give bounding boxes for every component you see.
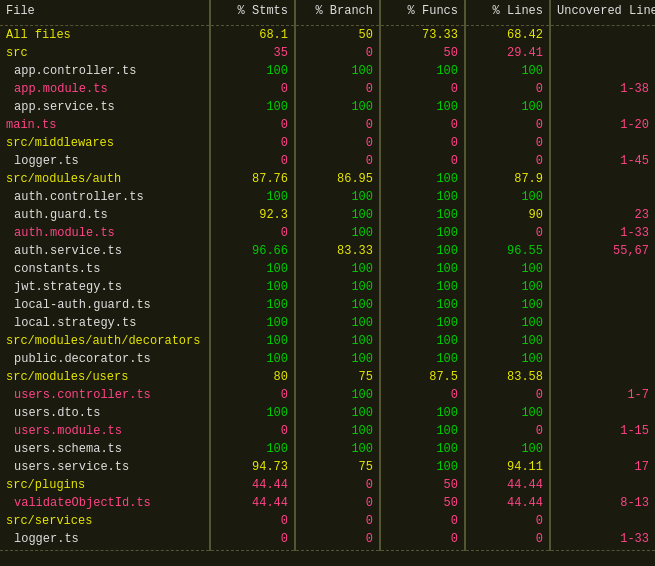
cell-stmts: 44.44 [210,476,295,494]
cell-uncovered: 1-15 [550,422,655,440]
cell-funcs: 100 [380,440,465,458]
cell-uncovered: 1-33 [550,224,655,242]
cell-branch: 100 [295,440,380,458]
cell-lines: 0 [465,116,550,134]
cell-stmts: 100 [210,440,295,458]
cell-lines: 100 [465,296,550,314]
cell-stmts: 0 [210,386,295,404]
table-row: public.decorator.ts100100100100 [0,350,655,368]
cell-funcs: 100 [380,332,465,350]
cell-file: users.dto.ts [0,404,210,422]
cell-branch: 0 [295,530,380,548]
cell-file: src/modules/auth/decorators [0,332,210,350]
cell-stmts: 87.76 [210,170,295,188]
cell-stmts: 94.73 [210,458,295,476]
cell-branch: 86.95 [295,170,380,188]
table-row: users.dto.ts100100100100 [0,404,655,422]
cell-uncovered: 8-13 [550,494,655,512]
cell-branch: 100 [295,386,380,404]
cell-branch: 100 [295,260,380,278]
cell-funcs: 0 [380,80,465,98]
cell-file: users.service.ts [0,458,210,476]
cell-branch: 100 [295,404,380,422]
cell-lines: 0 [465,134,550,152]
cell-uncovered [550,25,655,44]
cell-lines: 100 [465,62,550,80]
cell-file: src [0,44,210,62]
cell-funcs: 0 [380,152,465,170]
coverage-table-container: File % Stmts % Branch % Funcs % Lines Un… [0,0,655,551]
cell-stmts: 100 [210,278,295,296]
cell-funcs: 100 [380,98,465,116]
cell-stmts: 35 [210,44,295,62]
cell-funcs: 0 [380,386,465,404]
cell-lines: 29.41 [465,44,550,62]
cell-branch: 0 [295,80,380,98]
cell-funcs: 100 [380,188,465,206]
cell-uncovered: 1-33 [550,530,655,548]
cell-lines: 0 [465,224,550,242]
cell-uncovered [550,296,655,314]
table-row: src/modules/users807587.583.58 [0,368,655,386]
cell-lines: 44.44 [465,476,550,494]
table-row: All files68.15073.3368.42 [0,25,655,44]
cell-branch: 0 [295,494,380,512]
cell-uncovered [550,314,655,332]
cell-uncovered: 1-45 [550,152,655,170]
table-row: app.service.ts100100100100 [0,98,655,116]
cell-funcs: 100 [380,422,465,440]
cell-file: src/plugins [0,476,210,494]
cell-funcs: 100 [380,278,465,296]
cell-lines: 94.11 [465,458,550,476]
cell-stmts: 0 [210,512,295,530]
cell-funcs: 100 [380,404,465,422]
cell-branch: 50 [295,25,380,44]
table-row: auth.controller.ts100100100100 [0,188,655,206]
cell-file: validateObjectId.ts [0,494,210,512]
cell-lines: 100 [465,98,550,116]
cell-file: logger.ts [0,152,210,170]
cell-funcs: 50 [380,494,465,512]
cell-stmts: 0 [210,224,295,242]
cell-branch: 0 [295,134,380,152]
table-row: src3505029.41 [0,44,655,62]
table-row: jwt.strategy.ts100100100100 [0,278,655,296]
cell-branch: 100 [295,278,380,296]
cell-uncovered [550,512,655,530]
table-row: local-auth.guard.ts100100100100 [0,296,655,314]
cell-lines: 100 [465,350,550,368]
cell-funcs: 100 [380,224,465,242]
cell-uncovered [550,98,655,116]
cell-branch: 100 [295,188,380,206]
table-row: main.ts00001-20 [0,116,655,134]
cell-stmts: 100 [210,260,295,278]
table-row: users.service.ts94.737510094.1117 [0,458,655,476]
table-row: logger.ts00001-45 [0,152,655,170]
table-row: users.schema.ts100100100100 [0,440,655,458]
cell-file: src/middlewares [0,134,210,152]
table-row: src/services0000 [0,512,655,530]
cell-stmts: 100 [210,296,295,314]
cell-funcs: 100 [380,206,465,224]
table-row: auth.module.ts010010001-33 [0,224,655,242]
cell-file: auth.module.ts [0,224,210,242]
cell-branch: 100 [295,206,380,224]
cell-uncovered: 1-38 [550,80,655,98]
cell-funcs: 0 [380,512,465,530]
cell-stmts: 0 [210,152,295,170]
cell-uncovered [550,188,655,206]
cell-lines: 0 [465,530,550,548]
cell-lines: 68.42 [465,25,550,44]
header-branch: % Branch [295,0,380,22]
cell-stmts: 0 [210,116,295,134]
cell-uncovered [550,44,655,62]
cell-stmts: 100 [210,314,295,332]
cell-uncovered [550,368,655,386]
header-file: File [0,0,210,22]
cell-branch: 100 [295,296,380,314]
cell-funcs: 100 [380,350,465,368]
table-row: auth.guard.ts92.31001009023 [0,206,655,224]
cell-file: auth.guard.ts [0,206,210,224]
cell-funcs: 100 [380,458,465,476]
cell-lines: 100 [465,314,550,332]
